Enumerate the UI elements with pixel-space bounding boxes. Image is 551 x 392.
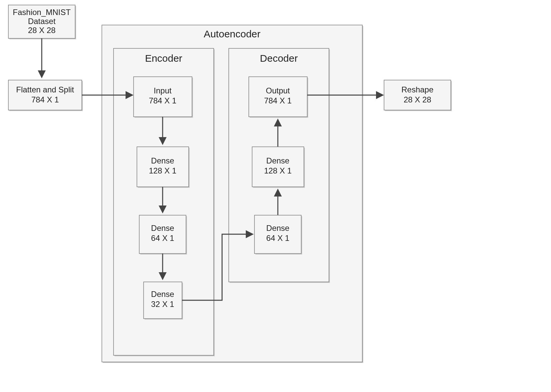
reshape-box: Reshape 28 X 28 [384, 80, 452, 111]
encoder-layer-dense32: Dense 32 X 1 [144, 282, 183, 320]
autoencoder-title: Autoencoder [204, 28, 260, 39]
flatten-line1: Flatten and Split [16, 85, 74, 94]
decoder-out-line1: Output [266, 86, 290, 95]
encoder-d64-line2: 64 X 1 [151, 234, 174, 243]
decoder-d128-line2: 128 X 1 [264, 166, 292, 175]
encoder-input-line2: 784 X 1 [149, 96, 177, 105]
encoder-layer-input: Input 784 X 1 [134, 77, 193, 118]
dataset-line3: 28 X 28 [28, 26, 56, 35]
decoder-d64-line1: Dense [266, 224, 289, 233]
reshape-line1: Reshape [401, 85, 433, 94]
decoder-d128-line1: Dense [266, 156, 289, 165]
reshape-line2: 28 X 28 [404, 95, 431, 104]
dataset-line1: Fashion_MNIST [13, 8, 71, 17]
encoder-d32-line2: 32 X 1 [151, 300, 174, 309]
encoder-title: Encoder [145, 53, 182, 64]
encoder-layer-dense64: Dense 64 X 1 [139, 215, 187, 255]
decoder-layer-dense128: Dense 128 X 1 [252, 147, 305, 188]
encoder-d64-line1: Dense [151, 224, 174, 233]
flatten-box: Flatten and Split 784 X 1 [8, 80, 83, 111]
encoder-d128-line2: 128 X 1 [149, 166, 177, 175]
decoder-layer-output: Output 784 X 1 [249, 77, 308, 118]
decoder-title: Decoder [260, 53, 298, 64]
dataset-line2: Dataset [28, 17, 56, 26]
encoder-input-line1: Input [154, 86, 172, 95]
flatten-line2: 784 X 1 [31, 95, 59, 104]
encoder-d32-line1: Dense [151, 290, 174, 299]
encoder-layer-dense128: Dense 128 X 1 [137, 147, 190, 188]
decoder-d64-line2: 64 X 1 [266, 234, 289, 243]
encoder-d128-line1: Dense [151, 156, 174, 165]
dataset-box: Fashion_MNIST Dataset 28 X 28 [8, 5, 76, 39]
decoder-out-line2: 784 X 1 [264, 96, 292, 105]
decoder-layer-dense64: Dense 64 X 1 [254, 215, 302, 255]
